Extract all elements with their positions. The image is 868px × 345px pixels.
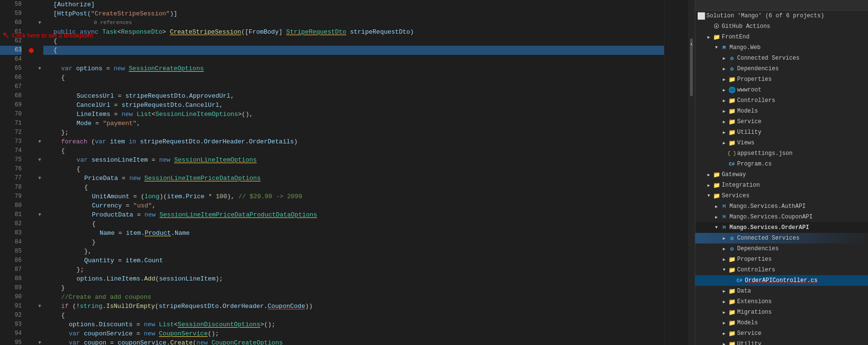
bp-92[interactable]: [26, 311, 36, 320]
fold-75[interactable]: ▼: [36, 155, 43, 165]
data-label: Data: [737, 288, 751, 294]
bp-89[interactable]: [26, 283, 36, 293]
bp-71[interactable]: [26, 119, 36, 128]
fold-65[interactable]: ▼: [36, 64, 43, 73]
bp-87[interactable]: [26, 265, 36, 274]
bp-91[interactable]: [26, 302, 36, 311]
bp-69[interactable]: [26, 101, 36, 110]
arrow-views: ▶: [720, 139, 728, 147]
sidebar-item-order-api[interactable]: ▼ M Mango.Services.OrderAPI: [695, 222, 868, 233]
bp-59[interactable]: [26, 9, 36, 18]
bp-90[interactable]: [26, 293, 36, 302]
sidebar-item-utility-2[interactable]: ▶ 📁 Utility: [695, 339, 868, 345]
bp-64[interactable]: [26, 55, 36, 64]
fold-81[interactable]: ▼: [36, 210, 43, 219]
vertical-scrollbar[interactable]: [688, 0, 695, 345]
code-line-95: var coupon = couponService.Create(new Co…: [43, 338, 664, 345]
sidebar-item-coupon-api[interactable]: ▶ M Mango.Services.CouponAPI: [695, 212, 868, 222]
bp-80[interactable]: [26, 201, 36, 210]
fold-63: [36, 46, 43, 55]
arrow-order: ▼: [713, 224, 720, 231]
bp-72[interactable]: [26, 128, 36, 137]
fold-95[interactable]: ▼: [36, 338, 43, 345]
sidebar-item-service-2[interactable]: ▶ 📁 Service: [695, 328, 868, 339]
sidebar-item-frontend[interactable]: ▶ 📁 FrontEnd: [695, 32, 868, 42]
sidebar-item-appsettings-1[interactable]: { } appsettings.json: [695, 148, 868, 159]
connected-services-1-label: Connected Services: [737, 55, 800, 62]
bp-74[interactable]: [26, 146, 36, 155]
bp-95[interactable]: [26, 338, 36, 345]
bp-67[interactable]: [26, 82, 36, 91]
bp-93[interactable]: [26, 320, 36, 329]
sidebar-item-connected-services-2[interactable]: ▶ ⚙ Connected Services: [695, 233, 868, 243]
solution-tree[interactable]: ⬜ Solution 'Mango' (6 of 6 projects) ⦿ G…: [695, 11, 868, 345]
bp-78[interactable]: [26, 183, 36, 192]
bp-70[interactable]: [26, 110, 36, 119]
bp-82[interactable]: [26, 219, 36, 229]
bp-83[interactable]: [26, 229, 36, 238]
sidebar-item-orderapi-controller[interactable]: C# OrderAPIController.cs: [695, 275, 868, 286]
sidebar-item-data[interactable]: ▶ 📁 Data: [695, 286, 868, 296]
arrow-dep1: ▶: [720, 65, 728, 73]
bp-86[interactable]: [26, 256, 36, 265]
solution-root[interactable]: ⬜ Solution 'Mango' (6 of 6 projects): [695, 11, 868, 21]
line-num-66: 66: [0, 73, 22, 82]
scroll-thumb[interactable]: [690, 38, 693, 96]
sidebar-item-integration[interactable]: ▶ 📁 Integration: [695, 180, 868, 191]
sidebar-item-github-actions[interactable]: ⦿ GitHub Actions: [695, 21, 868, 32]
arrow-svc2: ▶: [720, 330, 728, 337]
sidebar-item-controllers-1[interactable]: ▶ 📁 Controllers: [695, 95, 868, 106]
sidebar-item-views[interactable]: ▶ 📁 Views: [695, 138, 868, 148]
bp-65[interactable]: [26, 64, 36, 73]
bp-94[interactable]: [26, 329, 36, 338]
line-num-65: 65: [0, 64, 22, 73]
bp-85[interactable]: [26, 247, 36, 256]
sidebar-item-models-2[interactable]: ▶ 📁 Models: [695, 318, 868, 328]
line-num-84: 84: [0, 238, 22, 247]
auth-icon: M: [720, 203, 728, 210]
fold-60[interactable]: ▼: [36, 18, 43, 27]
bp-88[interactable]: [26, 274, 36, 283]
sidebar-item-models-1[interactable]: ▶ 📁 Models: [695, 106, 868, 116]
sidebar-item-controllers-2[interactable]: ▼ 📁 Controllers: [695, 265, 868, 275]
bp-79[interactable]: [26, 192, 36, 201]
fold-gutter[interactable]: ▼ ▼ ▼ ▼ ▼ ▼: [36, 0, 43, 345]
sidebar-item-mango-web[interactable]: ▼ M Mango.Web: [695, 42, 868, 53]
sidebar-item-gateway[interactable]: ▶ 📁 Gateway: [695, 169, 868, 180]
fold-91[interactable]: ▼: [36, 302, 43, 311]
fold-77[interactable]: ▼: [36, 174, 43, 183]
sidebar-item-extensions[interactable]: ▶ 📁 Extensions: [695, 296, 868, 307]
sidebar-item-service-1[interactable]: ▶ 📁 Service: [695, 116, 868, 127]
bp-77[interactable]: [26, 174, 36, 183]
sidebar-item-dependencies-2[interactable]: ▶ ⚙ Dependencies: [695, 243, 868, 254]
sidebar-item-auth-api[interactable]: ▶ M Mango.Services.AuthAPI: [695, 201, 868, 212]
bp-66[interactable]: [26, 73, 36, 82]
bp-76[interactable]: [26, 165, 36, 174]
bp-60[interactable]: [26, 18, 36, 27]
bp-73[interactable]: [26, 137, 36, 146]
bp-68[interactable]: [26, 91, 36, 101]
sidebar-item-migrations[interactable]: ▶ 📁 Migrations: [695, 307, 868, 318]
sidebar-item-utility-1[interactable]: ▶ 📁 Utility: [695, 127, 868, 138]
arrow-data: ▶: [720, 287, 728, 295]
bp-84[interactable]: [26, 238, 36, 247]
sidebar-item-services[interactable]: ▼ 📁 Services: [695, 191, 868, 201]
bp-58[interactable]: [26, 0, 36, 9]
sidebar-item-dependencies-1[interactable]: ▶ ⚙ Dependencies: [695, 64, 868, 74]
sidebar-item-properties-1[interactable]: ▶ 📁 Properties: [695, 74, 868, 85]
fold-73[interactable]: ▼: [36, 137, 43, 146]
bp-75[interactable]: [26, 155, 36, 165]
line-num-91: 91: [0, 302, 22, 311]
sidebar-item-program-cs-1[interactable]: C# Program.cs: [695, 159, 868, 169]
fold-68: [36, 91, 43, 101]
fold-70: [36, 110, 43, 119]
sidebar-item-connected-services-1[interactable]: ▶ ⚙ Connected Services: [695, 53, 868, 64]
sidebar-item-properties-2[interactable]: ▶ 📁 Properties: [695, 254, 868, 265]
ctrl-icon-2: 📁: [728, 266, 736, 274]
breakpoint-gutter[interactable]: [26, 0, 36, 345]
code-line-93: options.Discounts = new List<SessionDisc…: [43, 320, 664, 329]
bp-63[interactable]: [26, 46, 36, 55]
service-1-label: Service: [737, 118, 761, 125]
bp-81[interactable]: [26, 210, 36, 219]
sidebar-item-wwwroot[interactable]: ▶ 🌐 wwwroot: [695, 85, 868, 95]
